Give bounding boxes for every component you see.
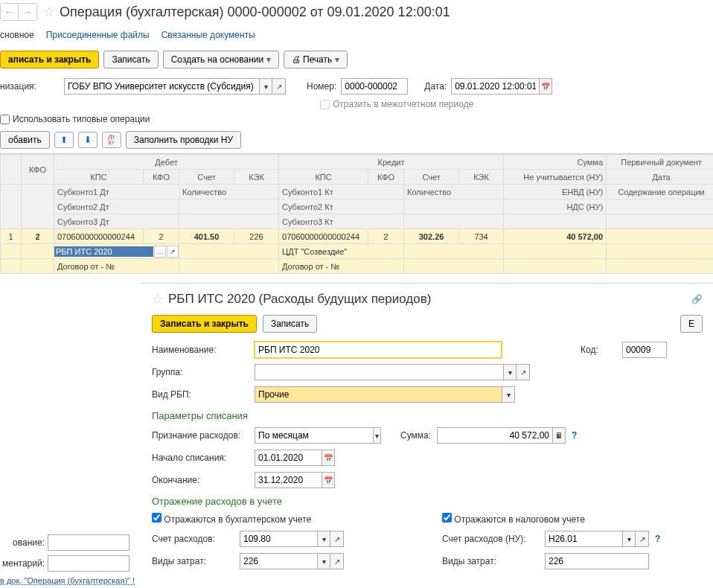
nav-arrows[interactable]: ← → (0, 3, 37, 21)
org-dropdown-icon[interactable]: ▾ (259, 78, 272, 95)
save-button[interactable]: Записать (103, 51, 158, 68)
cell-more-icon[interactable]: … (154, 246, 166, 258)
tab-related[interactable]: Связанные документы (162, 30, 255, 40)
date-label: Дата: (424, 81, 447, 92)
dt-kt-button[interactable]: ДтКт (102, 132, 121, 148)
org-label: низация: (0, 81, 60, 92)
reflect-checkbox[interactable]: Отразить в межотчетном периоде (320, 99, 473, 109)
move-down-button[interactable]: ⬇ (78, 132, 97, 148)
table-row[interactable]: 1 2 07060000000000244 2 401.50 226 07060… (1, 229, 714, 244)
date-input[interactable] (451, 78, 539, 95)
page-title: Операция (бухгалтерская) 0000-000002 от … (60, 4, 450, 20)
tab-attached[interactable]: Присоединенные файлы (46, 30, 150, 40)
cell-open-icon[interactable]: ↗ (167, 246, 179, 258)
nav-back-icon[interactable]: ← (1, 4, 19, 20)
use-typical-checkbox[interactable]: Использовать типовые операции (0, 114, 150, 124)
add-button[interactable]: обавить (0, 131, 50, 149)
entries-table: КФО Дебет Кредит Сумма Первичный докумен… (0, 154, 713, 274)
move-up-button[interactable]: ⬆ (54, 132, 74, 148)
org-input[interactable] (64, 78, 259, 95)
calendar-icon[interactable]: 📅 (539, 78, 552, 95)
create-based-button[interactable]: Создать на основании (163, 51, 279, 68)
tab-main[interactable]: сновное (0, 30, 34, 40)
favorite-star-icon[interactable]: ☆ (43, 4, 55, 20)
number-label: Номер: (307, 81, 336, 92)
fill-nu-button[interactable]: Заполнить проводки НУ (126, 131, 241, 149)
print-button[interactable]: 🖨 Печать (284, 51, 348, 68)
subkonto1-dt-cell[interactable]: РБП ИТС 2020 (54, 246, 153, 257)
save-close-button[interactable]: аписать и закрыть (0, 51, 99, 68)
org-open-icon[interactable]: ↗ (272, 78, 286, 95)
nav-forward-icon[interactable]: → (19, 4, 36, 20)
number-input[interactable] (341, 78, 408, 95)
